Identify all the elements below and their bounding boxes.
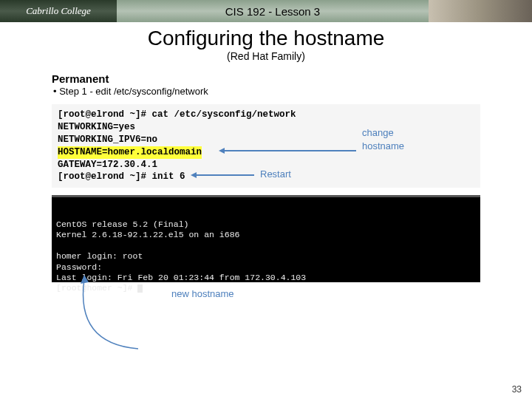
bullet: • xyxy=(53,86,57,97)
terminal-titlebar xyxy=(52,195,480,197)
annotation-change-hostname: change hostname xyxy=(362,126,404,152)
svg-marker-0 xyxy=(81,275,89,284)
logo-text: Cabrillo College xyxy=(26,5,91,17)
page-number: 33 xyxy=(512,384,522,395)
step-line: • Step 1 - edit /etc/sysconfig/network xyxy=(53,86,489,97)
step-rest: edit /etc/sysconfig/network xyxy=(93,86,208,97)
code-line-1: [root@elrond ~]# cat /etc/sysconfig/netw… xyxy=(58,109,474,121)
code-line-2: NETWORKING=yes xyxy=(58,121,474,134)
cmd-init: init 6 xyxy=(152,171,185,182)
annotation-restart: Restart xyxy=(260,168,291,181)
college-logo: Cabrillo College xyxy=(0,0,117,22)
code-line-4-wrap: HOSTNAME=homer.localdomain xyxy=(58,146,474,159)
prompt-1: [root@elrond ~]# xyxy=(58,109,152,120)
term-line-2: Kernel 2.6.18-92.1.22.el5 on an i686 xyxy=(56,230,239,239)
arrow-change-line xyxy=(223,150,356,151)
annot-change-line2: hostname xyxy=(362,140,404,151)
header-photo xyxy=(429,0,532,22)
content-area: Permanent • Step 1 - edit /etc/sysconfig… xyxy=(0,72,532,299)
code-hostname-highlight: HOSTNAME=homer.localdomain xyxy=(58,146,202,159)
page-title: Configuring the hostname xyxy=(0,27,532,50)
arrow-restart-head xyxy=(191,172,197,178)
page-subtitle: (Red Hat Family) xyxy=(0,50,532,62)
annotation-new-hostname: new hostname xyxy=(171,288,489,299)
term-line-1: CentOS release 5.2 (Final) xyxy=(56,219,188,229)
arrow-change-head xyxy=(219,148,225,154)
course-label: CIS 192 - Lesson 3 xyxy=(117,5,429,18)
arrow-restart-line xyxy=(195,174,254,176)
section-heading: Permanent xyxy=(52,72,489,85)
arrow-new-hostname xyxy=(68,259,157,355)
cmd-cat: cat /etc/sysconfig/network xyxy=(152,109,296,120)
code-line-3: NETWORKING_IPV6=no xyxy=(58,134,474,146)
annot-change-line1: change xyxy=(362,127,394,138)
step-prefix: Step 1 xyxy=(59,86,89,97)
code-block: [root@elrond ~]# cat /etc/sysconfig/netw… xyxy=(52,104,480,188)
header-banner: Cabrillo College CIS 192 - Lesson 3 xyxy=(0,0,532,22)
prompt-2: [root@elrond ~]# xyxy=(58,171,152,182)
